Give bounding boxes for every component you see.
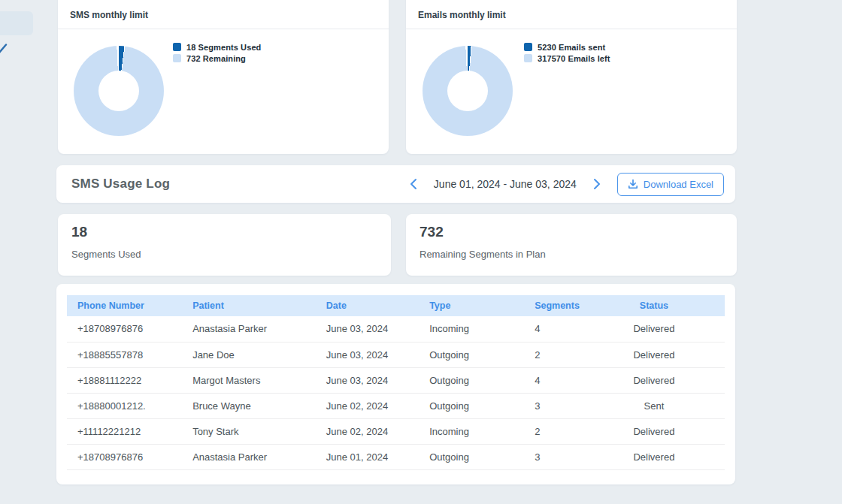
table-cell: 4	[524, 367, 583, 393]
next-date-range-button[interactable]	[587, 174, 607, 194]
sms-donut-chart	[74, 46, 164, 136]
table-row: +18880001212.Bruce WayneJune 02, 2024Out…	[67, 393, 725, 418]
table-row: +11112221212Tony StarkJune 02, 2024Incom…	[67, 418, 725, 444]
emails-monthly-limit-card: Emails monthly limit 5230 Emails sent317…	[406, 0, 737, 154]
legend-label: 18 Segments Used	[186, 43, 261, 52]
table-row: +18708976876Anastasia ParkerJune 01, 202…	[67, 444, 725, 469]
table-cell: June 02, 2024	[316, 418, 419, 444]
legend-label: 732 Remaining	[186, 54, 246, 63]
column-header: Phone Number	[67, 295, 182, 316]
column-header: Date	[316, 295, 419, 316]
chevron-right-icon	[592, 178, 601, 190]
table-cell: +18708976876	[67, 444, 182, 469]
card-title: Emails monthly limit	[406, 0, 737, 29]
legend-swatch	[173, 54, 181, 62]
stat-value: 18	[71, 224, 377, 240]
download-excel-button[interactable]: Download Excel	[617, 173, 724, 196]
card-title: SMS monthly limit	[58, 0, 389, 29]
sms-usage-table-card: Phone NumberPatientDateTypeSegmentsStatu…	[56, 284, 735, 484]
table-cell: Incoming	[419, 418, 524, 444]
previous-date-range-button[interactable]	[404, 174, 423, 194]
table-cell: +18885557878	[67, 342, 182, 367]
legend-item[interactable]: 317570 Emails left	[524, 53, 610, 64]
table-cell: 2	[524, 342, 583, 367]
stat-label: Segments Used	[71, 249, 377, 260]
table-cell: 3	[524, 393, 583, 418]
table-cell: Tony Stark	[182, 418, 316, 444]
column-header: Status	[583, 295, 725, 316]
table-cell: +18880001212.	[67, 393, 182, 418]
table-cell: June 03, 2024	[316, 316, 419, 342]
table-cell: June 01, 2024	[316, 444, 419, 469]
column-header: Type	[419, 295, 524, 316]
table-cell: +18881112222	[67, 367, 182, 393]
table-cell: 4	[524, 316, 583, 342]
table-cell: Anastasia Parker	[182, 444, 316, 469]
table-cell: Sent	[583, 393, 725, 418]
table-cell: Delivered	[583, 367, 725, 393]
remaining-segments-stat-card: 732 Remaining Segments in Plan	[406, 214, 737, 276]
emails-donut-chart	[423, 46, 513, 136]
table-header-row: Phone NumberPatientDateTypeSegmentsStatu…	[67, 295, 725, 316]
table-row: +18885557878Jane DoeJune 03, 2024Outgoin…	[67, 342, 725, 367]
download-icon	[628, 179, 638, 189]
legend-swatch	[524, 43, 532, 51]
legend-item[interactable]: 732 Remaining	[173, 53, 261, 64]
table-cell: Delivered	[583, 444, 725, 469]
sms-usage-table: Phone NumberPatientDateTypeSegmentsStatu…	[67, 295, 725, 470]
sms-chart-legend: 18 Segments Used732 Remaining	[173, 41, 261, 64]
table-cell: Margot Masters	[182, 367, 316, 393]
chevron-left-icon	[409, 178, 418, 190]
sms-monthly-limit-card: SMS monthly limit 18 Segments Used732 Re…	[58, 0, 389, 154]
table-cell: June 02, 2024	[316, 393, 419, 418]
table-cell: Outgoing	[419, 367, 524, 393]
table-cell: June 03, 2024	[316, 342, 419, 367]
table-cell: Outgoing	[419, 393, 524, 418]
segments-used-stat-card: 18 Segments Used	[58, 214, 391, 276]
date-range-label: June 01, 2024 - June 03, 2024	[434, 178, 577, 190]
emails-chart-legend: 5230 Emails sent317570 Emails left	[524, 41, 610, 64]
table-cell: Delivered	[583, 342, 725, 367]
table-cell: 3	[524, 444, 583, 469]
table-cell: Bruce Wayne	[182, 393, 316, 418]
column-header: Patient	[182, 295, 316, 316]
table-cell: Jane Doe	[182, 342, 316, 367]
column-header: Segments	[524, 295, 583, 316]
table-cell: +11112221212	[67, 418, 182, 444]
stat-label: Remaining Segments in Plan	[419, 249, 723, 260]
table-cell: Anastasia Parker	[182, 316, 316, 342]
table-cell: 2	[524, 418, 583, 444]
sms-usage-log-bar: SMS Usage Log June 01, 2024 - June 03, 2…	[56, 165, 735, 203]
legend-label: 5230 Emails sent	[538, 43, 605, 52]
table-cell: +18708976876	[67, 316, 182, 342]
date-range-controls: June 01, 2024 - June 03, 2024 Download E…	[404, 173, 724, 196]
table-row: +18881112222Margot MastersJune 03, 2024O…	[67, 367, 725, 393]
table-cell: Outgoing	[419, 342, 524, 367]
table-cell: June 03, 2024	[316, 367, 419, 393]
legend-swatch	[173, 43, 181, 51]
stat-value: 732	[419, 224, 723, 240]
legend-label: 317570 Emails left	[538, 54, 610, 63]
table-cell: Incoming	[419, 316, 524, 342]
table-cell: Delivered	[583, 316, 725, 342]
table-cell: Outgoing	[419, 444, 524, 469]
download-excel-label: Download Excel	[644, 179, 713, 190]
table-row: +18708976876Anastasia ParkerJune 03, 202…	[67, 316, 725, 342]
page-title: SMS Usage Log	[71, 177, 170, 192]
legend-item[interactable]: 5230 Emails sent	[524, 41, 610, 53]
legend-swatch	[524, 54, 532, 62]
sidebar-item-highlight[interactable]	[0, 11, 33, 35]
check-icon	[0, 44, 8, 56]
table-cell: Delivered	[583, 418, 725, 444]
legend-item[interactable]: 18 Segments Used	[173, 41, 261, 53]
